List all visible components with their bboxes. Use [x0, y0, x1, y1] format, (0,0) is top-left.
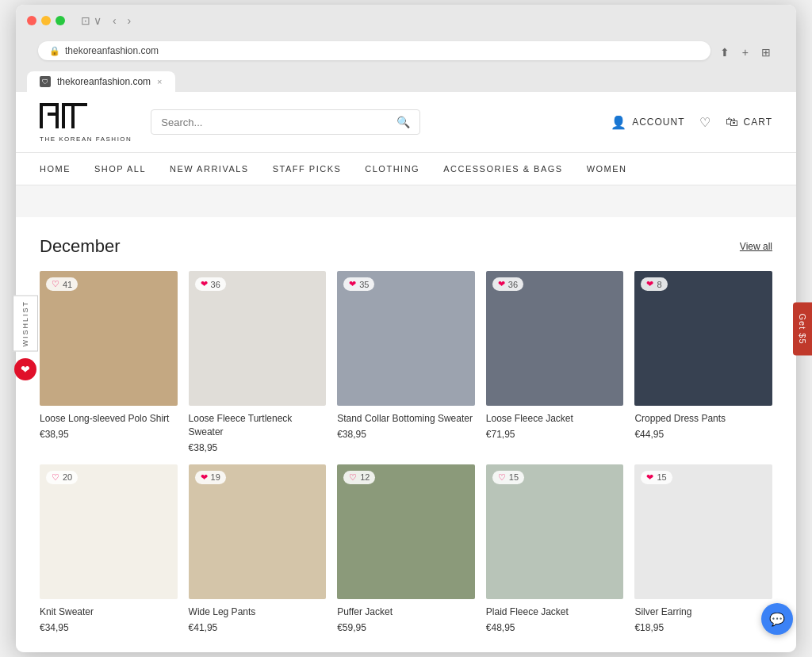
product-card[interactable]: ❤ 35 Stand Collar Bottoming Sweater €38,…	[337, 271, 475, 453]
back-btn[interactable]: ‹	[109, 13, 120, 29]
product-info: Loose Fleece Jacket €71,95	[486, 406, 624, 440]
browser-action-buttons: ⬆ + ⊞	[717, 43, 774, 62]
wishlist-badge[interactable]: ❤ 35	[343, 277, 374, 291]
heart-icon: ♡	[699, 115, 711, 130]
product-image-bg	[634, 271, 772, 406]
nav-new-arrivals[interactable]: NEW ARRIVALS	[170, 153, 249, 185]
product-image: ❤ 8	[634, 271, 772, 406]
wishlist-badge[interactable]: ♡ 41	[46, 277, 78, 291]
main-content: December View all ♡ 41 Loose Long-sleeve…	[16, 217, 796, 651]
like-count: 15	[657, 472, 666, 482]
product-image-bg	[486, 464, 624, 599]
view-all-link[interactable]: View all	[740, 241, 772, 252]
svg-rect-6	[71, 103, 75, 128]
header-actions: 👤 ACCOUNT ♡ 🛍 CART	[611, 115, 772, 130]
browser-window: ⊡ ∨ ‹ › 🔒 thekoreanfashion.com ⬆ + ⊞ 🛡 t…	[16, 5, 796, 651]
product-price: €38,95	[40, 429, 178, 440]
site-header: The Korean Fashion 🔍 👤 ACCOUNT ♡ 🛍	[16, 92, 796, 153]
lock-icon: 🔒	[49, 46, 60, 56]
wishlist-heart-tab[interactable]: ❤	[14, 358, 36, 380]
wishlist-badge[interactable]: ♡ 15	[492, 471, 524, 484]
like-count: 19	[211, 472, 220, 482]
tab-close-btn[interactable]: ×	[157, 77, 162, 86]
like-count: 20	[63, 472, 72, 482]
browser-nav: ⊡ ∨ ‹ ›	[78, 13, 134, 29]
account-btn[interactable]: 👤 ACCOUNT	[611, 115, 684, 130]
product-image: ♡ 41	[40, 271, 178, 406]
svg-rect-3	[56, 103, 59, 128]
product-card[interactable]: ❤ 8 Cropped Dress Pants €44,95	[634, 271, 772, 453]
wishlist-badge[interactable]: ❤ 36	[195, 277, 226, 291]
grid-btn[interactable]: ⊞	[758, 43, 774, 62]
product-card[interactable]: ♡ 15 Plaid Fleece Jacket €48,95	[486, 464, 624, 633]
wishlist-tab[interactable]: WISHLIST	[13, 296, 38, 352]
section-title: December	[40, 236, 120, 257]
dot-yellow[interactable]	[41, 16, 51, 25]
nav-accessories[interactable]: ACCESSORIES & BAGS	[443, 153, 562, 185]
svg-rect-1	[40, 103, 43, 128]
get5-btn[interactable]: Get $5	[793, 302, 812, 355]
nav-women[interactable]: WOMEN	[587, 153, 627, 185]
like-count: 8	[657, 280, 661, 289]
active-tab[interactable]: 🛡 thekoreanfashion.com ×	[27, 71, 175, 92]
logo-area[interactable]: The Korean Fashion	[40, 101, 132, 143]
svg-rect-7	[76, 103, 87, 106]
product-price: €38,95	[189, 442, 327, 453]
product-info: Loose Fleece Turtleneck Sweater €38,95	[189, 406, 327, 453]
tab-title: thekoreanfashion.com	[57, 76, 151, 87]
chat-bubble[interactable]: 💬	[761, 603, 793, 635]
product-card[interactable]: ❤ 19 Wide Leg Pants €41,95	[189, 464, 327, 633]
product-price: €48,95	[486, 622, 624, 633]
search-box[interactable]: 🔍	[151, 109, 420, 135]
dot-red[interactable]	[27, 16, 36, 25]
like-count: 36	[508, 280, 518, 289]
product-price: €41,95	[189, 622, 327, 633]
wishlist-badge[interactable]: ♡ 20	[46, 471, 78, 484]
dot-green[interactable]	[56, 16, 65, 25]
product-card[interactable]: ♡ 12 Puffer Jacket €59,95	[337, 464, 475, 633]
product-image-bg	[337, 464, 475, 599]
nav-clothing[interactable]: CLOTHING	[365, 153, 419, 185]
nav-staff-picks[interactable]: STAFF PICKS	[273, 153, 342, 185]
wishlist-badge[interactable]: ❤ 8	[641, 277, 667, 291]
product-image: ❤ 36	[189, 271, 327, 406]
like-count: 15	[509, 472, 519, 482]
browser-dots	[27, 16, 65, 25]
product-card[interactable]: ♡ 41 Loose Long-sleeved Polo Shirt €38,9…	[40, 271, 178, 453]
nav-shop-all[interactable]: SHOP ALL	[94, 153, 146, 185]
add-tab-btn[interactable]: +	[739, 43, 752, 62]
product-card[interactable]: ❤ 15 Silver Earring €18,95	[634, 464, 772, 633]
product-info: Cropped Dress Pants €44,95	[634, 406, 772, 440]
search-area: 🔍	[151, 109, 611, 135]
wishlist-badge[interactable]: ❤ 15	[641, 471, 672, 484]
product-card[interactable]: ❤ 36 Loose Fleece Turtleneck Sweater €38…	[189, 271, 327, 453]
product-info: Wide Leg Pants €41,95	[189, 599, 327, 633]
badge-heart-icon: ❤	[646, 279, 653, 289]
svg-rect-4	[62, 103, 65, 128]
search-input[interactable]	[161, 117, 390, 128]
wishlist-heart-btn[interactable]: ♡	[699, 115, 711, 130]
product-image-bg	[189, 271, 327, 406]
forward-btn[interactable]: ›	[124, 13, 135, 29]
product-card[interactable]: ♡ 20 Knit Sweater €34,95	[40, 464, 178, 633]
product-info: Puffer Jacket €59,95	[337, 599, 475, 633]
badge-heart-icon: ❤	[201, 279, 208, 289]
like-count: 41	[63, 280, 72, 289]
badge-heart-icon: ♡	[52, 472, 59, 483]
nav-home[interactable]: HOME	[40, 153, 71, 185]
window-btn[interactable]: ⊡ ∨	[78, 13, 105, 29]
share-btn[interactable]: ⬆	[717, 43, 733, 62]
wishlist-badge[interactable]: ❤ 36	[492, 277, 523, 291]
cart-btn[interactable]: 🛍 CART	[726, 115, 772, 129]
product-image: ❤ 35	[337, 271, 475, 406]
badge-heart-icon: ❤	[646, 472, 653, 483]
browser-titlebar: ⊡ ∨ ‹ ›	[27, 13, 785, 29]
wishlist-badge[interactable]: ♡ 12	[343, 471, 375, 484]
address-bar[interactable]: 🔒 thekoreanfashion.com	[38, 41, 710, 60]
product-image-bg	[634, 464, 772, 599]
product-image: ♡ 12	[337, 464, 475, 599]
product-card[interactable]: ❤ 36 Loose Fleece Jacket €71,95	[486, 271, 624, 453]
wishlist-badge[interactable]: ❤ 19	[195, 471, 226, 484]
product-name: Stand Collar Bottoming Sweater	[337, 412, 475, 426]
product-name: Loose Fleece Turtleneck Sweater	[189, 412, 327, 439]
